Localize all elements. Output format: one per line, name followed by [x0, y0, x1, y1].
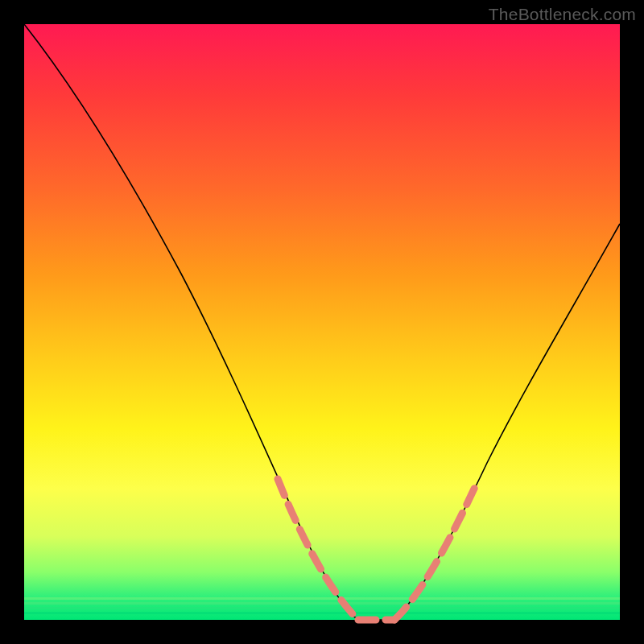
beads-right [394, 487, 475, 620]
chart-svg [24, 24, 620, 620]
curve-left-branch [24, 24, 358, 620]
curve-right-branch [394, 224, 620, 620]
chart-frame: TheBottleneck.com [0, 0, 644, 644]
watermark-text: TheBottleneck.com [489, 5, 636, 24]
beads-left [278, 479, 358, 620]
